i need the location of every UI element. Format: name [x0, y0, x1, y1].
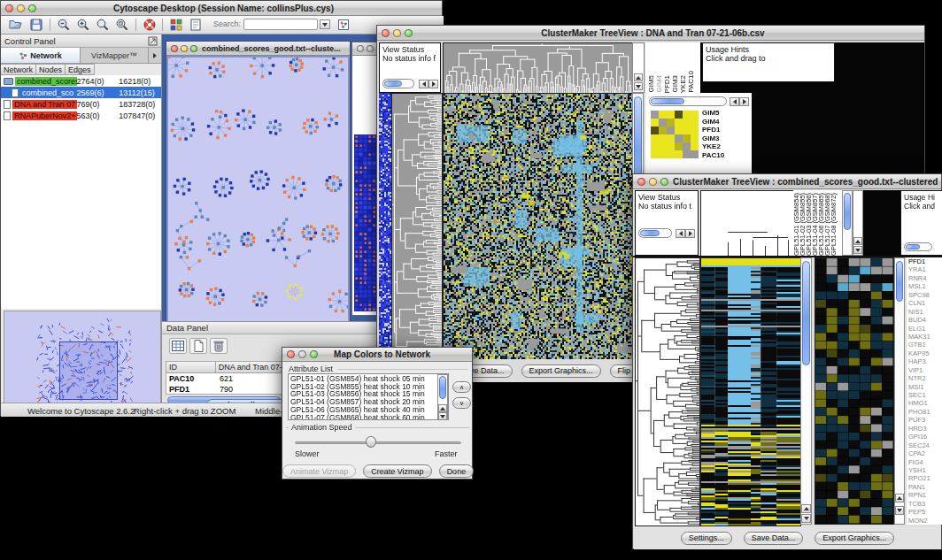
scroll-up-button[interactable]: [801, 504, 811, 513]
scroll-down-button[interactable]: [438, 412, 447, 420]
attribute-list-scrollbar[interactable]: [437, 374, 448, 419]
zoom-button[interactable]: [405, 29, 413, 37]
close-button[interactable]: [357, 45, 364, 52]
scroll-down-button[interactable]: [801, 514, 811, 523]
move-up-button[interactable]: ∧: [452, 381, 471, 393]
view-status-scrollbar[interactable]: [638, 228, 672, 238]
treeview2-genelist-scrollbar[interactable]: [894, 257, 905, 525]
close-button[interactable]: [5, 4, 13, 12]
float-panel-icon[interactable]: [146, 35, 158, 46]
close-button[interactable]: [171, 45, 178, 52]
gene-label[interactable]: PHO81: [908, 408, 942, 416]
column-label[interactable]: GIM3: [671, 75, 679, 93]
close-button[interactable]: [637, 178, 645, 186]
column-label[interactable]: PAC10: [687, 71, 695, 93]
gene-label[interactable]: HRD3: [908, 425, 942, 433]
minimize-button[interactable]: [17, 4, 25, 12]
gene-label[interactable]: SEC1: [908, 391, 942, 399]
move-down-button[interactable]: ∨: [452, 397, 471, 409]
treeview1-title-bar[interactable]: ClusterMaker TreeView : DNA and Tran 07-…: [377, 26, 924, 41]
minimize-button[interactable]: [298, 350, 306, 358]
zoom-button[interactable]: [28, 4, 36, 12]
gene-label[interactable]: YSH1: [908, 466, 942, 474]
gene-label[interactable]: BUD4: [908, 316, 942, 324]
zoom-button[interactable]: [190, 45, 197, 52]
gene-label[interactable]: YRA1: [908, 265, 942, 273]
column-label[interactable]: YKE2: [679, 75, 687, 93]
gene-label[interactable]: SEC24: [908, 441, 942, 449]
gene-label[interactable]: VIP1: [908, 366, 942, 374]
treeview2-action-button[interactable]: Settings...: [681, 532, 732, 545]
detail-hscrollbar[interactable]: [649, 96, 727, 106]
done-button[interactable]: Done: [439, 464, 475, 478]
network-table-header-cell[interactable]: Network: [1, 64, 36, 75]
treeview2-zoom-detail-heatmap[interactable]: [815, 257, 894, 525]
network-table-header-cell[interactable]: Edges: [66, 64, 95, 75]
scroll-down-button[interactable]: [895, 506, 904, 515]
dense-network-grid-canvas[interactable]: [354, 134, 377, 311]
gene-label[interactable]: HMG1: [908, 399, 942, 407]
search-input[interactable]: [243, 19, 318, 30]
scroll-right-button[interactable]: [685, 229, 695, 238]
gene-label[interactable]: PFD1: [908, 257, 942, 265]
matrix-gene-label[interactable]: GIM5: [702, 109, 748, 118]
save-icon[interactable]: [28, 18, 43, 32]
column-label[interactable]: GIM5: [647, 75, 655, 93]
animate-vizmap-button[interactable]: Animate Vizmap: [282, 464, 356, 478]
cluster-matrix[interactable]: [651, 111, 699, 158]
zoom-button[interactable]: [310, 350, 318, 358]
gene-label[interactable]: PAN1: [908, 483, 942, 491]
scroll-right-button[interactable]: [429, 80, 438, 88]
gene-label[interactable]: MAK31: [908, 333, 942, 341]
attribute-list-item[interactable]: GPL51-07 (GSM868) heat shock 60 min: [289, 414, 448, 420]
network-table-header-cell[interactable]: Nodes: [36, 64, 66, 75]
treeview1-action-button[interactable]: Export Graphics...: [521, 364, 601, 378]
gene-label[interactable]: TCB3: [908, 500, 942, 508]
column-label[interactable]: GIM4: [655, 75, 663, 93]
view-status-scrollbar[interactable]: [382, 79, 414, 88]
network-view-1-title-bar[interactable]: combined_scores_good.txt--cluste...: [166, 42, 350, 56]
matrix-gene-label[interactable]: YKE2: [702, 142, 748, 151]
network-list-row[interactable]: combined_scores 2764(0) 16218(0): [1, 75, 161, 87]
minimize-button[interactable]: [181, 45, 188, 52]
main-title-bar[interactable]: Cytoscape Desktop (Session Name: collins…: [1, 1, 442, 16]
create-vizmap-button[interactable]: Create Vizmap: [363, 464, 431, 478]
delete-attribute-icon[interactable]: [210, 338, 228, 354]
gene-label[interactable]: GPI16: [908, 433, 942, 441]
attr-col-id[interactable]: ID: [166, 362, 216, 373]
treeview2-row-dendrogram[interactable]: [635, 257, 700, 526]
gene-label[interactable]: MSL1: [908, 282, 942, 290]
treeview2-heatmap-vscrollbar[interactable]: [800, 257, 812, 525]
matrix-gene-label[interactable]: PAC10: [702, 151, 748, 160]
scroll-down-button[interactable]: [634, 82, 643, 90]
tab-vizmapper[interactable]: VizMapper™: [81, 48, 148, 63]
minimize-button[interactable]: [393, 29, 401, 37]
scroll-up-button[interactable]: [438, 404, 447, 412]
gene-label[interactable]: PEP5: [908, 508, 942, 516]
treeview2-title-bar[interactable]: ClusterMaker TreeView : combined_scores_…: [633, 174, 941, 189]
zoom-in-icon[interactable]: [75, 18, 90, 32]
tab-scroll-right-button[interactable]: [148, 48, 161, 63]
annotation-icon[interactable]: [188, 18, 203, 32]
gene-label[interactable]: MON2: [908, 517, 942, 525]
matrix-gene-label[interactable]: GIM3: [702, 134, 748, 143]
gene-label[interactable]: CPA2: [908, 449, 942, 457]
network-list-row[interactable]: DNA and Tran 07 769(0) 183728(0): [1, 98, 161, 110]
scroll-right-button[interactable]: [739, 97, 749, 106]
zoom-out-icon[interactable]: [56, 18, 71, 32]
close-button[interactable]: [287, 350, 295, 358]
gene-label[interactable]: PUF3: [908, 416, 942, 424]
attribute-table-icon[interactable]: [169, 338, 187, 354]
network-file-icon[interactable]: [336, 18, 351, 32]
gene-label[interactable]: NTR2: [908, 374, 942, 382]
gene-label[interactable]: HAP3: [908, 357, 942, 365]
scroll-left-button[interactable]: [676, 229, 685, 238]
help-lifering-icon[interactable]: [142, 18, 157, 32]
treeview2-column-dendrogram[interactable]: [700, 190, 794, 257]
search-dropdown-button[interactable]: [320, 19, 330, 29]
network-list-row[interactable]: combined_sco 2569(6) 13112(15): [1, 87, 161, 98]
scroll-up-button[interactable]: [895, 494, 904, 502]
close-button[interactable]: [382, 29, 390, 37]
scroll-up-button[interactable]: [634, 73, 643, 81]
network-view-canvas[interactable]: [168, 58, 348, 321]
